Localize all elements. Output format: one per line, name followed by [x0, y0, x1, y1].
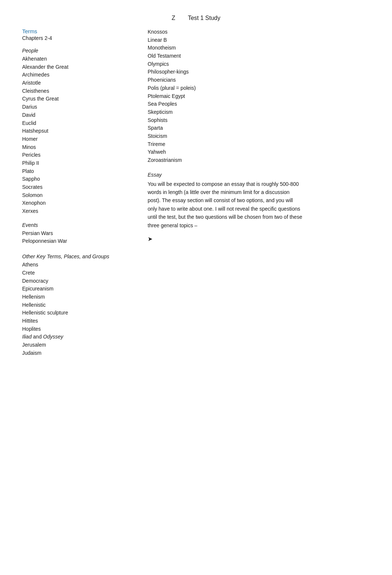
- other-section-label: Other Key Terms, Places, and Groups: [22, 254, 133, 259]
- list-item: Hoplites: [22, 325, 133, 333]
- people-list: Akhenaten Alexander the Great Archimedes…: [22, 55, 133, 215]
- list-item: Iliad and Odyssey: [22, 333, 133, 341]
- page-title: Test 1 Study: [188, 15, 220, 21]
- list-item: Jerusalem: [22, 341, 133, 349]
- essay-body: You will be expected to compose an essay…: [148, 180, 303, 229]
- list-item: Sea Peoples: [148, 100, 370, 108]
- list-item: Darius: [22, 103, 133, 111]
- list-item: Sappho: [22, 175, 133, 183]
- arrow-indicator: ➤: [148, 235, 370, 242]
- essay-section: Essay You will be expected to compose an…: [148, 172, 370, 242]
- main-layout: Terms Chapters 2-4 People Akhenaten Alex…: [22, 28, 370, 364]
- list-item: Yahweh: [148, 148, 370, 156]
- list-item: Cyrus the Great: [22, 95, 133, 103]
- list-item: Solomon: [22, 191, 133, 200]
- list-item: Sophists: [148, 116, 370, 125]
- iliad-odyssey-italic: Iliad: [22, 334, 32, 340]
- list-item: Hellenistic sculpture: [22, 309, 133, 317]
- chapters-label: Chapters 2-4: [22, 35, 133, 41]
- list-item: Homer: [22, 135, 133, 143]
- list-item: Judaism: [22, 349, 133, 357]
- odyssey-italic: Odyssey: [43, 334, 63, 340]
- people-section-label: People: [22, 48, 133, 54]
- list-item: Democracy: [22, 277, 133, 285]
- list-item: Akhenaten: [22, 55, 133, 63]
- list-item: Plato: [22, 167, 133, 176]
- list-item: Euclid: [22, 119, 133, 127]
- list-item: Philip II: [22, 159, 133, 167]
- page-container: Z Test 1 Study Terms Chapters 2-4 People…: [0, 0, 392, 378]
- list-item: Ptolemaic Egypt: [148, 92, 370, 101]
- z-prefix: Z: [172, 15, 175, 21]
- list-item: Old Testament: [148, 52, 370, 60]
- events-list: Persian Wars Peloponnesian War: [22, 229, 133, 245]
- list-item: Hellenistic: [22, 301, 133, 309]
- essay-label: Essay: [148, 172, 370, 178]
- list-item: Aristotle: [22, 79, 133, 87]
- list-item: Olympics: [148, 60, 370, 68]
- list-item: Stoicism: [148, 132, 370, 140]
- list-item: Xerxes: [22, 207, 133, 215]
- list-item: Persian Wars: [22, 229, 133, 238]
- list-item: Peloponnesian War: [22, 237, 133, 245]
- list-item: Pericles: [22, 151, 133, 159]
- list-item: Trireme: [148, 140, 370, 149]
- page-header: Z Test 1 Study: [22, 15, 370, 21]
- list-item: Epicureanism: [22, 285, 133, 293]
- list-item: Archimedes: [22, 71, 133, 79]
- list-item: Xenophon: [22, 199, 133, 207]
- list-item: Phoenicians: [148, 76, 370, 84]
- list-item: Monotheism: [148, 44, 370, 52]
- list-item: Philosopher-kings: [148, 68, 370, 76]
- list-item: Polis (plural = poleis): [148, 84, 370, 92]
- list-item: Socrates: [22, 183, 133, 191]
- list-item: Minos: [22, 143, 133, 152]
- list-item: Crete: [22, 269, 133, 277]
- list-item: Hatshepsut: [22, 127, 133, 135]
- list-item: Knossos: [148, 28, 370, 36]
- list-item: Hittites: [22, 317, 133, 325]
- left-column: Terms Chapters 2-4 People Akhenaten Alex…: [22, 28, 133, 364]
- list-item: David: [22, 111, 133, 119]
- list-item: Sparta: [148, 124, 370, 132]
- list-item: Alexander the Great: [22, 63, 133, 71]
- terms-heading: Terms: [22, 28, 133, 34]
- list-item: Skepticism: [148, 108, 370, 116]
- other-list: Athens Crete Democracy Epicureanism Hell…: [22, 261, 133, 357]
- list-item: Zoroastrianism: [148, 156, 370, 164]
- events-section-label: Events: [22, 222, 133, 228]
- list-item: Cleisthenes: [22, 87, 133, 95]
- terms-right-list: Knossos Linear B Monotheism Old Testamen…: [148, 28, 370, 164]
- right-column: Knossos Linear B Monotheism Old Testamen…: [148, 28, 370, 242]
- list-item: Hellenism: [22, 293, 133, 301]
- list-item: Athens: [22, 261, 133, 269]
- list-item: Linear B: [148, 36, 370, 44]
